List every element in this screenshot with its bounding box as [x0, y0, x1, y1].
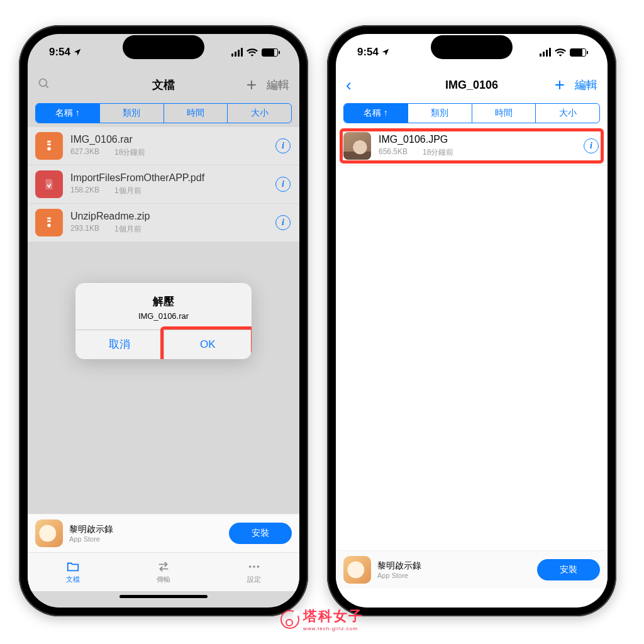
file-size: 656.5KB: [379, 147, 408, 158]
pdf-icon: [35, 170, 63, 198]
screen-left: 9:54 文檔 + 編輯: [28, 34, 299, 608]
info-icon[interactable]: i: [584, 138, 599, 153]
edit-button[interactable]: 編輯: [575, 77, 597, 92]
info-icon[interactable]: i: [275, 138, 291, 153]
file-when: 18分鐘前: [423, 147, 453, 158]
info-icon[interactable]: i: [275, 215, 291, 230]
wifi-icon: [555, 48, 566, 57]
file-when: 18分鐘前: [114, 147, 145, 158]
nav-bar: ‹ IMG_0106 + 編輯: [336, 70, 608, 99]
alert-message: IMG_0106.rar: [86, 311, 242, 321]
file-row[interactable]: UnzipReadme.zip 293.1KB1個月前 i: [28, 204, 299, 242]
status-right: [540, 48, 586, 57]
svg-point-10: [257, 565, 260, 568]
seg-size[interactable]: 大小: [228, 104, 291, 123]
notch: [431, 35, 513, 59]
file-list: IMG_0106.JPG 656.5KB18分鐘前 i: [336, 123, 608, 165]
alert-cancel-button[interactable]: 取消: [75, 330, 164, 359]
seg-size[interactable]: 大小: [536, 104, 599, 123]
phone-right: 9:54 ‹ IMG_0106 + 編輯: [327, 25, 616, 616]
nav-bar: 文檔 + 編輯: [28, 70, 299, 99]
add-button[interactable]: +: [247, 80, 257, 91]
file-name: IMG_0106.rar: [70, 134, 268, 145]
image-icon: [343, 132, 371, 160]
info-icon[interactable]: i: [275, 177, 291, 192]
status-right: [231, 48, 278, 57]
add-button[interactable]: +: [555, 80, 565, 91]
svg-point-4: [47, 147, 51, 151]
ad-thumb: [343, 556, 371, 584]
tab-label: 傳輸: [157, 575, 170, 584]
sort-segmented: 名稱 ↑ 類別 時間 大小: [35, 103, 292, 123]
cellular-icon: [540, 48, 551, 57]
ad-banner[interactable]: 黎明啟示錄 App Store 安裝: [28, 514, 299, 552]
svg-rect-6: [47, 220, 51, 222]
archive-icon: [35, 132, 63, 160]
location-icon: [381, 48, 390, 57]
wifi-icon: [247, 48, 258, 57]
ad-sub: App Store: [377, 572, 531, 579]
sort-segmented: 名稱 ↑ 類別 時間 大小: [343, 103, 600, 123]
notch: [123, 35, 204, 59]
file-list: IMG_0106.rar 627.3KB18分鐘前 i ImportFilesF…: [28, 123, 299, 242]
svg-rect-5: [47, 218, 51, 219]
phone-left: 9:54 文檔 + 編輯: [19, 25, 308, 616]
alert-ok-button[interactable]: OK: [164, 330, 252, 359]
watermark-icon: [280, 610, 299, 629]
tab-settings[interactable]: 設定: [209, 553, 299, 591]
edit-button[interactable]: 編輯: [267, 77, 289, 92]
screen-right: 9:54 ‹ IMG_0106 + 編輯: [336, 34, 608, 608]
archive-icon: [35, 209, 63, 236]
battery-icon: [262, 48, 278, 57]
ad-thumb: [35, 519, 63, 547]
search-icon[interactable]: [38, 77, 50, 93]
tab-docs[interactable]: 文檔: [28, 553, 118, 591]
file-size: 158.2KB: [70, 186, 99, 196]
ad-install-button[interactable]: 安裝: [229, 523, 292, 544]
file-name: IMG_0106.JPG: [379, 134, 576, 145]
back-button[interactable]: ‹: [346, 75, 352, 95]
tab-label: 設定: [247, 575, 261, 584]
svg-rect-2: [47, 141, 51, 143]
seg-time[interactable]: 時間: [164, 104, 228, 123]
seg-name[interactable]: 名稱 ↑: [344, 104, 408, 123]
status-time: 9:54: [49, 46, 70, 58]
file-row[interactable]: IMG_0106.JPG 656.5KB18分鐘前 i: [336, 127, 608, 165]
file-when: 1個月前: [114, 224, 142, 235]
status-time: 9:54: [357, 46, 379, 58]
alert-title: 解壓: [86, 294, 242, 309]
location-icon: [73, 48, 82, 57]
file-size: 293.1KB: [70, 224, 99, 235]
file-name: UnzipReadme.zip: [70, 211, 268, 222]
svg-point-7: [47, 224, 51, 228]
seg-name[interactable]: 名稱 ↑: [36, 104, 100, 123]
ad-sub: App Store: [69, 535, 223, 543]
tab-transfer[interactable]: 傳輸: [118, 553, 209, 591]
svg-point-0: [40, 79, 47, 86]
file-row[interactable]: IMG_0106.rar 627.3KB18分鐘前 i: [28, 127, 299, 165]
seg-kind[interactable]: 類別: [408, 104, 472, 123]
file-row[interactable]: ImportFilesFromOtherAPP.pdf 158.2KB1個月前 …: [28, 165, 299, 204]
svg-point-8: [249, 565, 252, 568]
file-when: 1個月前: [114, 186, 142, 196]
file-name: ImportFilesFromOtherAPP.pdf: [70, 172, 268, 184]
watermark-sub: www.tech-girlz.com: [303, 626, 364, 631]
ad-banner[interactable]: 黎明啟示錄 App Store 安裝: [336, 550, 608, 589]
seg-kind[interactable]: 類別: [100, 104, 164, 123]
home-indicator[interactable]: [28, 591, 299, 608]
ad-install-button[interactable]: 安裝: [537, 559, 600, 580]
svg-rect-3: [47, 143, 51, 145]
tab-label: 文檔: [66, 575, 80, 584]
battery-icon: [570, 48, 586, 57]
seg-time[interactable]: 時間: [472, 104, 536, 123]
cellular-icon: [231, 48, 243, 57]
watermark: 塔科女子 www.tech-girlz.com: [280, 607, 364, 631]
alert: 解壓 IMG_0106.rar 取消 OK: [75, 283, 252, 359]
tab-bar: 文檔 傳輸 設定: [28, 552, 299, 591]
svg-point-9: [253, 565, 255, 568]
ad-title: 黎明啟示錄: [377, 560, 531, 572]
svg-line-1: [46, 85, 48, 87]
alert-ok-label: OK: [200, 338, 216, 351]
watermark-text: 塔科女子: [303, 608, 364, 624]
file-size: 627.3KB: [70, 147, 99, 158]
